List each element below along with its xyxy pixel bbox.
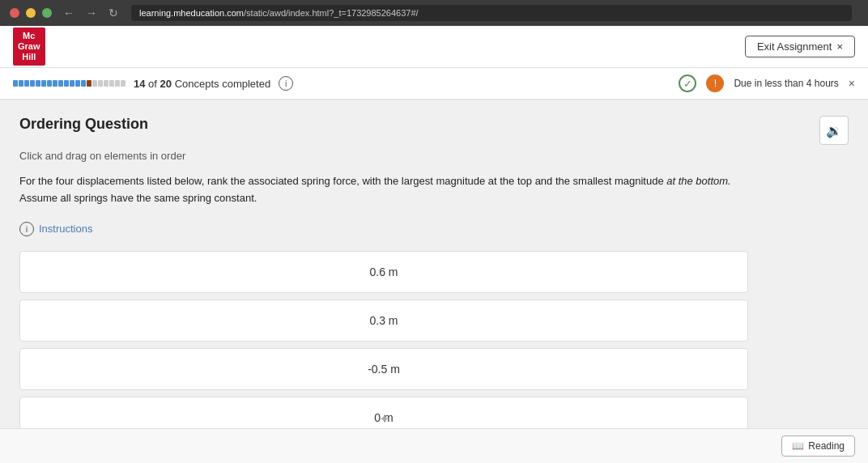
instructions-toggle[interactable]: i Instructions xyxy=(19,222,849,236)
app-header: Mc Graw Hill Exit Assignment × xyxy=(0,26,868,68)
browser-refresh-icon[interactable]: ↻ xyxy=(108,6,118,19)
question-header: Ordering Question 🔉 xyxy=(19,116,849,145)
browser-dot-green xyxy=(42,8,52,18)
progress-section: 14 of 20 Concepts completed i ✓ ! Due in… xyxy=(0,68,868,100)
reading-button[interactable]: 📖 Reading xyxy=(781,435,855,457)
audio-icon: 🔉 xyxy=(826,123,842,138)
progress-text: 14 of 20 Concepts completed xyxy=(134,78,270,90)
audio-button[interactable]: 🔉 xyxy=(819,116,849,145)
drag-handle-icon: ✦ xyxy=(379,411,389,427)
browser-dot-red xyxy=(10,8,19,18)
completion-check-icon: ✓ xyxy=(679,74,696,92)
mcgraw-hill-logo: Mc Graw Hill xyxy=(13,28,45,66)
due-badge: Due in less than 4 hours xyxy=(734,78,838,89)
due-warning-icon: ! xyxy=(706,74,724,92)
seg-11 xyxy=(70,80,74,87)
seg-16 xyxy=(98,80,103,87)
seg-7 xyxy=(47,80,52,87)
browser-dot-yellow xyxy=(26,8,36,18)
progress-info-icon[interactable]: i xyxy=(279,76,293,91)
drag-container: 0.6 m 0.3 m -0.5 m ✦ 0 m xyxy=(19,251,748,439)
seg-8 xyxy=(53,80,57,87)
question-title: Ordering Question xyxy=(19,116,148,133)
seg-2 xyxy=(19,80,23,87)
browser-forward-icon[interactable]: → xyxy=(86,6,97,19)
seg-4 xyxy=(30,80,35,87)
seg-13 xyxy=(81,80,86,87)
seg-6 xyxy=(41,80,46,87)
drag-item-1-label: 0.6 m xyxy=(369,265,398,278)
seg-1 xyxy=(13,80,18,87)
seg-12 xyxy=(75,80,80,87)
seg-5 xyxy=(36,80,40,87)
seg-19 xyxy=(115,80,120,87)
seg-3 xyxy=(24,80,29,87)
drag-item-3-label: -0.5 m xyxy=(368,363,400,376)
drag-item-2-label: 0.3 m xyxy=(369,314,398,327)
instructions-info-icon: i xyxy=(19,222,34,236)
progress-left: 14 of 20 Concepts completed i xyxy=(13,76,293,91)
drag-item-3[interactable]: -0.5 m xyxy=(19,348,748,390)
seg-14 xyxy=(87,80,91,87)
question-description: For the four displacements listed below,… xyxy=(19,173,849,207)
drag-item-1[interactable]: 0.6 m xyxy=(19,251,748,293)
drag-instruction: Click and drag on elements in order xyxy=(19,150,849,162)
url-text: learning.mheducation.com/static/awd/inde… xyxy=(139,8,419,18)
seg-9 xyxy=(58,80,63,87)
seg-20 xyxy=(121,80,126,87)
seg-18 xyxy=(109,80,114,87)
browser-url-bar[interactable]: learning.mheducation.com/static/awd/inde… xyxy=(131,5,852,21)
reading-icon: 📖 xyxy=(792,440,804,452)
progress-track xyxy=(13,80,126,87)
progress-right: ✓ ! Due in less than 4 hours × xyxy=(679,74,855,92)
seg-15 xyxy=(92,80,97,87)
seg-10 xyxy=(64,80,69,87)
browser-bar: ← → ↻ learning.mheducation.com/static/aw… xyxy=(0,0,868,26)
due-close-button[interactable]: × xyxy=(849,77,855,90)
browser-back-icon[interactable]: ← xyxy=(63,6,74,19)
exit-assignment-button[interactable]: Exit Assignment × xyxy=(745,36,855,57)
seg-17 xyxy=(104,80,108,87)
bottom-bar: 📖 Reading xyxy=(0,428,868,463)
main-content: Ordering Question 🔉 Click and drag on el… xyxy=(0,100,868,455)
drag-item-2[interactable]: 0.3 m xyxy=(19,299,748,342)
